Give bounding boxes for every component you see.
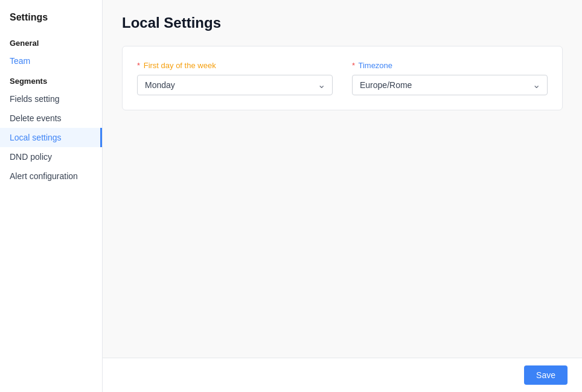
sidebar-item-team[interactable]: Team — [0, 51, 102, 71]
sidebar: Settings General Team Segments Fields se… — [0, 0, 103, 392]
sidebar-item-delete-events[interactable]: Delete events — [0, 109, 102, 128]
footer-bar: Save — [103, 358, 582, 392]
sidebar-title: Settings — [0, 12, 102, 33]
timezone-group: * Timezone Europe/Rome UTC America/New_Y… — [352, 61, 548, 95]
sidebar-section-general: General — [0, 33, 102, 51]
save-button[interactable]: Save — [524, 365, 568, 385]
main-content: Local Settings * First day of the week M… — [103, 0, 582, 392]
sidebar-item-local-settings[interactable]: Local settings — [0, 128, 102, 147]
settings-card: * First day of the week Monday Tuesday W… — [122, 46, 563, 110]
first-day-select-wrapper: Monday Tuesday Wednesday Thursday Friday… — [137, 75, 333, 95]
timezone-select-wrapper: Europe/Rome UTC America/New_York America… — [352, 75, 548, 95]
timezone-required-star: * — [352, 61, 355, 70]
sidebar-item-fields-setting[interactable]: Fields setting — [0, 89, 102, 109]
timezone-label: * Timezone — [352, 61, 548, 70]
first-day-group: * First day of the week Monday Tuesday W… — [137, 61, 333, 95]
sidebar-item-dnd-policy[interactable]: DND policy — [0, 147, 102, 166]
first-day-select[interactable]: Monday Tuesday Wednesday Thursday Friday… — [137, 75, 333, 95]
timezone-label-text: Timezone — [358, 61, 392, 70]
page-title: Local Settings — [122, 14, 563, 31]
first-day-label: * First day of the week — [137, 61, 333, 70]
sidebar-section-segments: Segments — [0, 71, 102, 89]
sidebar-item-alert-configuration[interactable]: Alert configuration — [0, 166, 102, 186]
first-day-label-text: First day of the week — [144, 61, 216, 70]
form-row: * First day of the week Monday Tuesday W… — [137, 61, 548, 95]
timezone-select[interactable]: Europe/Rome UTC America/New_York America… — [352, 75, 548, 95]
first-day-required-star: * — [137, 61, 140, 70]
